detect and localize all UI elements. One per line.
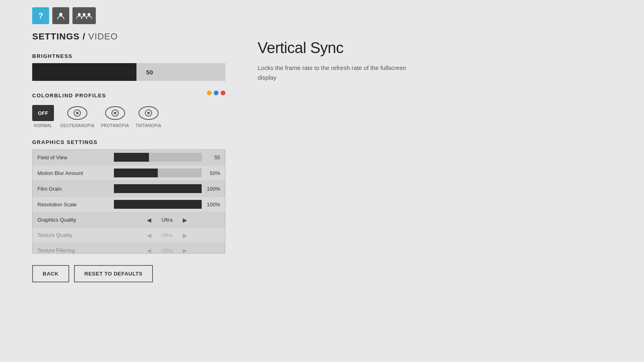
dot-red [221, 90, 225, 95]
colorblind-tritanopia[interactable]: TRITANOPIA [136, 105, 161, 128]
normal-label: NORMAL [34, 123, 52, 128]
texture-quality-arrows: ◀ Ultra ▶ [114, 231, 220, 239]
texture-filtering-right[interactable]: ▶ [180, 247, 190, 254]
row-graphics-quality: Graphics Quality ◀ Ultra ▶ [33, 212, 225, 228]
svg-point-2 [83, 13, 86, 16]
bottom-buttons: BACK RESET TO DEFAULTS [32, 265, 225, 282]
film-grain-value: 100% [205, 186, 220, 192]
texture-quality-value: Ultra [157, 232, 177, 238]
svg-point-12 [147, 112, 150, 114]
graphics-quality-left[interactable]: ◀ [144, 216, 154, 224]
graphics-quality-label: Graphics Quality [37, 217, 114, 223]
title-settings: SETTINGS [32, 31, 80, 41]
row-field-of-view: Field of View 55 [33, 150, 225, 165]
colorblind-normal[interactable]: OFF NORMAL [32, 105, 54, 128]
resolution-scale-value: 100% [205, 202, 220, 208]
title-separator: / [80, 31, 88, 41]
right-panel: Vertical Sync Locks the frame rate to th… [258, 31, 612, 282]
brightness-slider[interactable]: 50 [32, 63, 225, 81]
fov-slider[interactable] [114, 153, 202, 162]
film-grain-label: Film Grain [37, 186, 114, 192]
info-description: Locks the frame rate to the refresh rate… [258, 63, 427, 82]
row-resolution-scale: Resolution Scale 100% [33, 197, 225, 212]
brightness-label: BRIGHTNESS [32, 53, 225, 59]
colorblind-section: COLORBLIND PROFILES OFF NORMAL [32, 90, 225, 128]
motion-blur-fill [114, 169, 158, 177]
colorblind-dots [207, 90, 225, 95]
protanopia-label: PROTANOPIA [101, 123, 129, 128]
motion-blur-value: 50% [205, 170, 220, 176]
texture-filtering-value: Ultra [157, 247, 177, 253]
texture-filtering-left[interactable]: ◀ [144, 247, 154, 254]
svg-point-3 [88, 13, 91, 16]
colorblind-options: OFF NORMAL DEUTERANOPIA [32, 105, 225, 128]
texture-filtering-label: Texture Filtering [37, 247, 114, 253]
colorblind-header: COLORBLIND PROFILES [32, 90, 225, 100]
top-navigation: ? [0, 0, 644, 31]
fov-fill [114, 153, 149, 162]
svg-point-6 [76, 112, 78, 114]
brightness-value: 50 [146, 69, 153, 76]
motion-blur-slider[interactable] [114, 169, 202, 177]
colorblind-label: COLORBLIND PROFILES [32, 93, 106, 99]
resolution-scale-fill [114, 200, 202, 209]
deuteranopia-label: DEUTERANOPIA [60, 123, 95, 128]
colorblind-deuteranopia[interactable]: DEUTERANOPIA [60, 105, 95, 128]
svg-point-9 [114, 112, 116, 114]
graphics-label: GRAPHICS SETTINGS [32, 139, 225, 145]
protanopia-icon [104, 105, 126, 121]
dot-orange [207, 90, 212, 95]
texture-quality-label: Texture Quality [37, 232, 114, 238]
row-film-grain: Film Grain 100% [33, 181, 225, 197]
resolution-scale-label: Resolution Scale [37, 202, 114, 208]
row-texture-filtering: Texture Filtering ◀ Ultra ▶ [33, 243, 225, 254]
settings-list: Field of View 55 Motion Blur Amount 50% [32, 149, 225, 254]
deuteranopia-icon [66, 105, 88, 121]
fov-value: 55 [205, 154, 220, 160]
film-grain-fill [114, 184, 202, 193]
graphics-quality-right[interactable]: ▶ [180, 216, 190, 224]
reset-button[interactable]: RESET TO DEFAULTS [74, 265, 153, 282]
title-video: VIDEO [88, 31, 118, 41]
svg-point-1 [78, 13, 81, 16]
fov-label: Field of View [37, 154, 114, 160]
motion-blur-label: Motion Blur Amount [37, 170, 114, 176]
dot-blue [214, 90, 219, 95]
info-title: Vertical Sync [258, 39, 612, 57]
group-icon[interactable] [72, 7, 96, 24]
resolution-scale-slider[interactable] [114, 200, 202, 209]
off-button[interactable]: OFF [32, 105, 54, 121]
graphics-quality-arrows: ◀ Ultra ▶ [114, 216, 220, 224]
profile-icon[interactable] [52, 7, 69, 24]
tritanopia-label: TRITANOPIA [136, 123, 161, 128]
help-icon[interactable]: ? [32, 7, 49, 24]
film-grain-slider[interactable] [114, 184, 202, 193]
graphics-quality-value: Ultra [157, 217, 177, 223]
main-content: SETTINGS / VIDEO BRIGHTNESS 50 COLORBLIN… [0, 31, 644, 282]
texture-filtering-arrows: ◀ Ultra ▶ [114, 247, 220, 254]
texture-quality-left[interactable]: ◀ [144, 231, 154, 239]
settings-scroll[interactable]: Field of View 55 Motion Blur Amount 50% [33, 150, 225, 254]
page-title: SETTINGS / VIDEO [32, 31, 225, 42]
brightness-fill [32, 63, 136, 81]
colorblind-protanopia[interactable]: PROTANOPIA [101, 105, 129, 128]
left-panel: SETTINGS / VIDEO BRIGHTNESS 50 COLORBLIN… [32, 31, 225, 282]
svg-point-0 [59, 13, 62, 16]
row-motion-blur: Motion Blur Amount 50% [33, 165, 225, 181]
tritanopia-icon [138, 105, 159, 121]
row-texture-quality: Texture Quality ◀ Ultra ▶ [33, 228, 225, 243]
back-button[interactable]: BACK [32, 265, 69, 282]
texture-quality-right[interactable]: ▶ [180, 231, 190, 239]
